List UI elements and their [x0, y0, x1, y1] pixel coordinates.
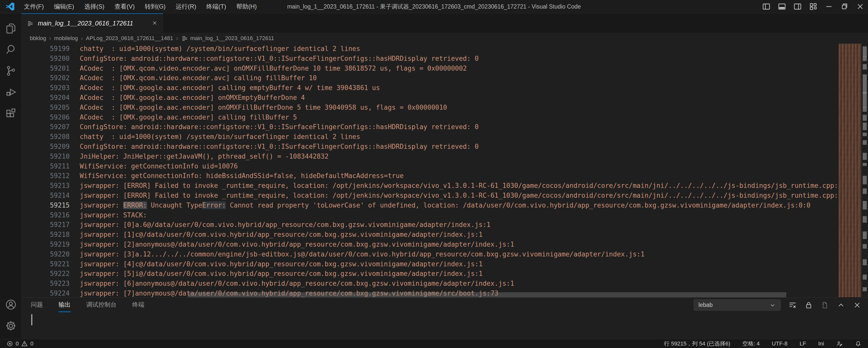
log-text: jswrapper: [1]c@/data/user/0/com.vivo.hy… [80, 230, 483, 240]
restore-button[interactable] [837, 0, 852, 13]
log-line[interactable]: 59218jswrapper: [1]c@/data/user/0/com.vi… [22, 230, 839, 240]
line-number: 59220 [22, 249, 70, 259]
line-number: 59224 [22, 288, 70, 297]
tab-close-icon[interactable] [152, 20, 158, 27]
log-line[interactable]: 59209ConfigStore: android::hardware::con… [22, 142, 839, 152]
indentation-status[interactable]: 空格: 4 [742, 340, 760, 348]
line-number: 59222 [22, 269, 70, 279]
breadcrumb-item[interactable]: mobilelog [54, 35, 78, 42]
eol-status[interactable]: LF [800, 341, 806, 347]
account-icon[interactable] [0, 294, 22, 315]
log-line[interactable]: 59219jswrapper: [2]anonymous@/data/user/… [22, 240, 839, 249]
log-line[interactable]: 59202ACodec : [OMX.qcom.video.encoder.av… [22, 73, 839, 83]
log-line[interactable]: 59211WifiService: getConnectionInfo uid=… [22, 161, 839, 171]
panel-actions: lebab [694, 299, 862, 311]
toggle-panel-button[interactable] [774, 0, 790, 13]
log-text: jswrapper: [0]a.6@/data/user/0/com.vivo.… [80, 220, 491, 230]
explorer-icon[interactable] [0, 18, 22, 39]
log-text: WifiService: getConnectionInfo uid=10076 [80, 161, 238, 171]
overview-ruler[interactable] [862, 44, 868, 297]
cursor-position-status[interactable]: 行 59215，列 54 (已选择6) [664, 340, 730, 348]
tab-main-log[interactable]: main_log_1__2023_0616_172611 [22, 13, 163, 33]
notifications-bell-icon[interactable] [855, 341, 862, 347]
log-line[interactable]: 59204ACodec : [OMX.google.aac.encoder] o… [22, 93, 839, 103]
menu-item[interactable]: 转到(G) [141, 1, 170, 12]
log-line[interactable]: 59216jswrapper: STACK: [22, 210, 839, 220]
log-line[interactable]: 59215jswrapper: ERROR: Uncaught TypeErro… [22, 200, 839, 210]
menu-item[interactable]: 选择(S) [80, 1, 109, 12]
log-line[interactable]: 59206ACodec : [OMX.google.aac.encoder] c… [22, 113, 839, 122]
search-icon[interactable] [0, 39, 22, 60]
line-number: 59215 [22, 200, 70, 210]
log-line[interactable]: 59214jswrapper: [ERROR] Failed to invoke… [22, 191, 839, 200]
editor[interactable]: 59199chatty : uid=1000(system) /system/b… [22, 44, 868, 297]
log-line[interactable]: 59199chatty : uid=1000(system) /system/b… [22, 44, 839, 54]
selection-match: Error: [202, 201, 226, 209]
log-line[interactable]: 59213jswrapper: [ERROR] Failed to invoke… [22, 181, 839, 191]
panel-tab[interactable]: 终端 [132, 297, 144, 312]
customize-layout-button[interactable] [805, 0, 821, 13]
line-number: 59213 [22, 181, 70, 191]
log-text: ACodec : [OMX.google.aac.encoder] onOMXE… [80, 93, 305, 103]
log-line[interactable]: 59205ACodec : [OMX.google.aac.encoder] o… [22, 103, 839, 113]
line-number: 59206 [22, 113, 70, 122]
log-line[interactable]: 59207ConfigStore: android::hardware::con… [22, 122, 839, 132]
menu-item[interactable]: 查看(V) [110, 1, 139, 12]
breadcrumb-item[interactable]: bbklog [30, 35, 46, 42]
output-channel-dropdown[interactable]: lebab [694, 299, 781, 311]
output-content[interactable] [22, 312, 868, 339]
menu-item[interactable]: 帮助(H) [232, 1, 261, 12]
open-log-file-button[interactable] [820, 301, 829, 309]
ruler-mark [863, 176, 867, 184]
horizontal-scrollbar[interactable] [188, 292, 786, 297]
menu-item[interactable]: 文件(F) [20, 1, 48, 12]
log-line[interactable]: 59212WifiService: getConnectionInfo: hid… [22, 171, 839, 181]
encoding-status[interactable]: UTF-8 [772, 341, 787, 347]
log-text: JniHelper: JniHelper::getJavaVM(), pthre… [80, 152, 329, 161]
log-line[interactable]: 59210JniHelper: JniHelper::getJavaVM(), … [22, 152, 839, 161]
menu-item[interactable]: 终端(T) [202, 1, 230, 12]
extensions-icon[interactable] [0, 103, 22, 124]
minimize-button[interactable] [821, 0, 837, 13]
minimap[interactable] [839, 44, 862, 297]
settings-gear-icon[interactable] [0, 315, 22, 337]
language-mode-status[interactable]: Ini [818, 341, 824, 347]
panel-tab[interactable]: 输出 [59, 297, 71, 312]
breadcrumb-item[interactable]: APLog_2023_0616_172611__1481 [86, 35, 173, 42]
log-line[interactable]: 59200ConfigStore: android::hardware::con… [22, 54, 839, 64]
log-line[interactable]: 59221jswrapper: [4]c@/data/user/0/com.vi… [22, 259, 839, 269]
log-text: jswrapper: STACK: [80, 210, 147, 220]
log-line[interactable]: 59208chatty : uid=1000(system) /system/b… [22, 132, 839, 142]
line-number: 59200 [22, 54, 70, 64]
maximize-panel-button[interactable] [837, 301, 845, 309]
panel-tab[interactable]: 调试控制台 [86, 297, 117, 312]
log-text-segment: Uncaught Type [147, 201, 202, 209]
toggle-primary-sidebar-button[interactable] [758, 0, 774, 13]
menu-item[interactable]: 编辑(E) [50, 1, 79, 12]
log-line[interactable]: 59222jswrapper: [5]i@/data/user/0/com.vi… [22, 269, 839, 279]
log-line[interactable]: 59201ACodec : [OMX.qcom.video.encoder.av… [22, 64, 839, 73]
log-text: jswrapper: [2]anonymous@/data/user/0/com… [80, 240, 514, 249]
log-text: jswrapper: ERROR: Uncaught TypeError: Ca… [80, 200, 810, 210]
ruler-mark [863, 64, 867, 70]
clear-output-button[interactable] [788, 301, 797, 309]
ruler-mark [863, 92, 867, 108]
log-line[interactable]: 59203ACodec : [OMX.google.aac.encoder] c… [22, 83, 839, 93]
close-window-button[interactable] [852, 0, 868, 13]
menu-item[interactable]: 运行(R) [171, 1, 200, 12]
feedback-icon[interactable] [836, 341, 843, 347]
breadcrumb-item[interactable]: main_log_1__2023_0616_172611 [181, 35, 274, 42]
lock-scroll-button[interactable] [804, 301, 813, 309]
log-line[interactable]: 59223jswrapper: [6]anonymous@/data/user/… [22, 279, 839, 288]
breadcrumb-label: mobilelog [54, 35, 78, 41]
warning-icon [21, 341, 28, 347]
panel-tab[interactable]: 问题 [31, 297, 43, 312]
problems-status[interactable]: 0 0 [6, 341, 34, 347]
log-line[interactable]: 59220jswrapper: [3]a.12.../../../common/… [22, 249, 839, 259]
close-panel-button[interactable] [853, 301, 862, 309]
log-line[interactable]: 59217jswrapper: [0]a.6@/data/user/0/com.… [22, 220, 839, 230]
activity-bar [0, 13, 22, 339]
run-debug-icon[interactable] [0, 82, 22, 103]
source-control-icon[interactable] [0, 60, 22, 82]
toggle-secondary-sidebar-button[interactable] [790, 0, 805, 13]
